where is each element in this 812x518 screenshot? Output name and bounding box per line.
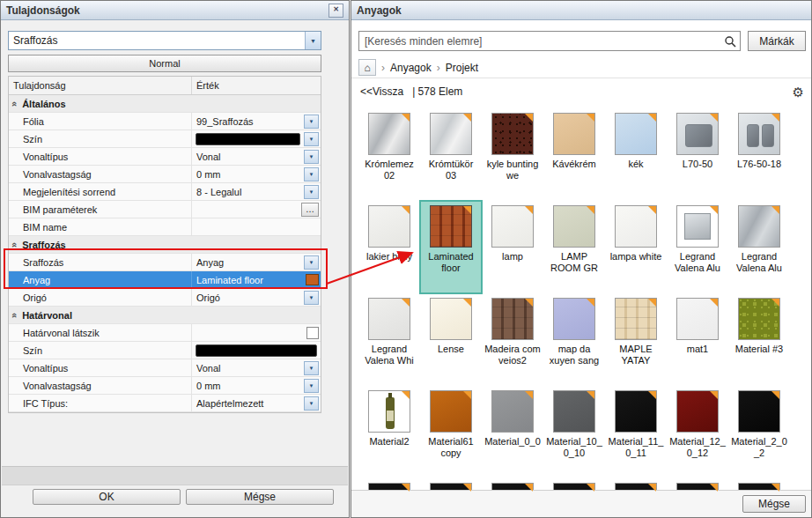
material-item[interactable]: Legrand Valena Alu: [728, 201, 790, 293]
element-count: | 578 Elem: [412, 85, 462, 98]
panel-title: Anyagok: [357, 4, 402, 17]
property-row[interactable]: Megjelenítési sorrend8 - Legalul▼: [9, 183, 321, 201]
property-label: Anyag: [9, 271, 192, 288]
dropdown-arrow-button[interactable]: ▼: [304, 150, 319, 164]
ok-button[interactable]: OK: [33, 489, 181, 505]
column-header-property[interactable]: Tulajdonság: [9, 77, 192, 94]
property-row[interactable]: Vonalvastagság0 mm▼: [9, 166, 321, 183]
material-item[interactable]: MAPLE YATAY: [605, 293, 667, 386]
material-item[interactable]: Krómtükör 03: [420, 108, 482, 201]
checkbox[interactable]: [306, 327, 319, 339]
dropdown-arrow-button[interactable]: ▼: [304, 167, 319, 181]
material-label: lamp: [482, 251, 543, 263]
breadcrumb-separator-icon: ›: [437, 62, 440, 74]
material-item[interactable]: mat1: [667, 293, 728, 386]
property-row[interactable]: Szín▼: [9, 130, 321, 148]
ellipsis-button[interactable]: …: [301, 203, 319, 217]
material-item[interactable]: Material #3: [728, 293, 790, 386]
dropdown-arrow-button[interactable]: ▼: [304, 115, 319, 129]
dropdown-arrow-button[interactable]: ▼: [304, 132, 319, 146]
material-item[interactable]: lakier biały: [358, 201, 420, 293]
favorite-corner-icon: [463, 299, 471, 307]
search-input[interactable]: [359, 34, 720, 48]
properties-titlebar[interactable]: Tulajdonságok ✕: [1, 1, 349, 20]
material-item[interactable]: Krómlemez 02: [358, 108, 420, 201]
property-row[interactable]: Fólia99_Sraffozás▼: [9, 113, 321, 130]
material-item[interactable]: lamp: [482, 201, 543, 293]
property-label: Vonaltípus: [9, 148, 192, 165]
close-icon[interactable]: ✕: [328, 4, 343, 18]
material-thumbnail: [676, 205, 719, 248]
materials-browser: Anyagok Márkák ⌂ › Anyagok › Projekt <<V…: [351, 0, 812, 518]
section-row[interactable]: «Sraffozás: [9, 236, 321, 254]
property-row[interactable]: VonaltípusVonal▼: [9, 359, 321, 377]
material-item[interactable]: Material_0_0: [482, 386, 543, 478]
normal-button[interactable]: Normal: [8, 55, 321, 72]
material-item[interactable]: Legrand Valena Alu: [667, 201, 728, 293]
home-icon[interactable]: ⌂: [358, 59, 376, 76]
search-icon[interactable]: [720, 35, 740, 48]
material-item[interactable]: L76-50-18: [728, 108, 790, 201]
back-link[interactable]: <<Vissza: [360, 85, 403, 98]
property-row[interactable]: SraffozásAnyag▼: [9, 254, 321, 271]
breadcrumb-item-projekt[interactable]: Projekt: [446, 62, 478, 74]
element-type-value: Sraffozás: [13, 34, 57, 47]
material-item[interactable]: Legrand Valena Whi: [358, 293, 420, 386]
column-header-value[interactable]: Érték: [192, 77, 321, 94]
materials-cancel-button[interactable]: Mégse: [742, 495, 806, 513]
dropdown-arrow-button[interactable]: ▼: [304, 379, 319, 393]
material-item[interactable]: lampa white: [605, 201, 667, 293]
material-item[interactable]: Material_11_0_11: [605, 386, 667, 478]
material-item[interactable]: Lense: [420, 293, 482, 386]
dropdown-arrow-button[interactable]: ▼: [304, 185, 319, 199]
material-label: Krómlemez 02: [358, 159, 420, 181]
property-row[interactable]: Határvonal látszik: [9, 324, 321, 342]
breadcrumb-item-anyagok[interactable]: Anyagok: [390, 62, 432, 74]
dropdown-arrow-button[interactable]: ▼: [304, 255, 319, 270]
material-item[interactable]: Material_12_0_12: [667, 386, 728, 478]
materials-titlebar[interactable]: Anyagok: [351, 1, 811, 20]
section-row[interactable]: «Határvonal: [9, 307, 321, 324]
color-bar[interactable]: [196, 344, 317, 357]
material-label: Material_0_0: [482, 436, 543, 448]
material-item[interactable]: L70-50: [667, 108, 728, 201]
dropdown-arrow-button[interactable]: ▼: [304, 291, 319, 305]
dropdown-arrow-button[interactable]: ▼: [304, 361, 319, 375]
dropdown-arrow-button[interactable]: ▼: [304, 396, 319, 411]
favorite-corner-icon: [648, 114, 656, 122]
gear-icon[interactable]: ⚙: [793, 85, 804, 99]
material-item[interactable]: kyle bunting we: [482, 108, 543, 201]
property-row[interactable]: Szín: [9, 342, 321, 359]
brands-button[interactable]: Márkák: [748, 31, 806, 51]
material-item[interactable]: map da xuyen sang: [543, 293, 605, 386]
property-row[interactable]: VonaltípusVonal▼: [9, 148, 321, 166]
material-item[interactable]: Material_2_0_2: [728, 386, 790, 478]
favorite-corner-icon: [463, 391, 471, 399]
property-row[interactable]: IFC Típus:Alapértelmezett▼: [9, 395, 321, 412]
property-row[interactable]: OrigóOrigó▼: [9, 289, 321, 307]
material-item[interactable]: Material2: [358, 386, 420, 478]
section-row[interactable]: «Általános: [9, 95, 321, 113]
material-item[interactable]: Material61 copy: [420, 386, 482, 478]
property-row[interactable]: BIM paraméterek…: [9, 201, 321, 218]
property-row[interactable]: Vonalvastagság0 mm▼: [9, 377, 321, 395]
cancel-button[interactable]: Mégse: [186, 489, 334, 505]
favorite-corner-icon: [587, 391, 594, 399]
property-label: Fólia: [9, 113, 192, 130]
material-label: Material61 copy: [420, 436, 482, 459]
material-item[interactable]: LAMP ROOM GR: [543, 201, 605, 293]
property-label: Vonalvastagság: [9, 166, 192, 182]
material-item[interactable]: Laminated floor: [420, 201, 482, 293]
material-item[interactable]: Madeira com veios2: [482, 293, 543, 386]
favorite-corner-icon: [463, 484, 471, 492]
material-item[interactable]: Material_10_0_10: [543, 386, 605, 478]
property-row[interactable]: BIM name: [9, 218, 321, 236]
material-label: Madeira com veios2: [482, 344, 543, 366]
material-item[interactable]: kék: [605, 108, 667, 201]
material-item[interactable]: Kávékrém: [543, 108, 605, 201]
color-bar[interactable]: [196, 133, 300, 145]
material-swatch-button[interactable]: [306, 274, 319, 285]
property-row[interactable]: AnyagLaminated floor: [9, 271, 321, 289]
element-type-dropdown[interactable]: Sraffozás ▼: [8, 31, 321, 50]
sink-bowl-icon: [762, 124, 774, 147]
